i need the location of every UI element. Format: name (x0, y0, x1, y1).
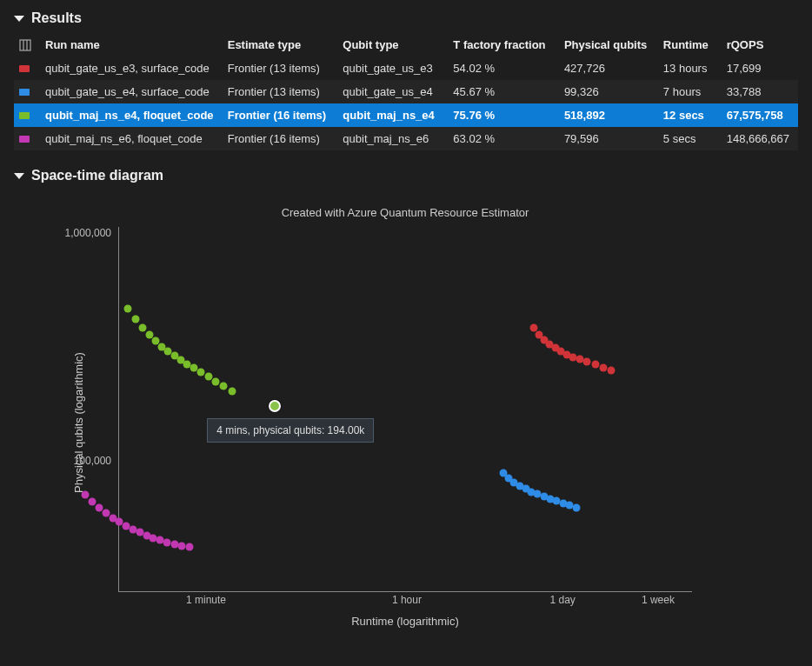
cell-t-factory: 45.67 % (448, 80, 559, 103)
cell-rqops: 148,666,667 (722, 127, 798, 150)
data-point[interactable] (583, 358, 591, 366)
cell-runtime: 13 hours (658, 57, 722, 80)
data-point[interactable] (212, 377, 220, 385)
cell-qubit-type: qubit_maj_ns_e4 (337, 103, 448, 127)
data-point[interactable] (608, 366, 616, 374)
cell-runtime: 7 hours (658, 80, 722, 103)
data-point[interactable] (138, 323, 146, 331)
data-point[interactable] (178, 542, 186, 549)
chevron-down-icon (14, 16, 24, 22)
x-tick-label: 1 week (642, 594, 675, 606)
x-tick-label: 1 minute (186, 594, 226, 606)
data-point[interactable] (163, 538, 170, 546)
plot-area[interactable]: 4 mins, physical qubits: 194.00k (118, 227, 692, 592)
x-tick-label: 1 day (549, 594, 575, 606)
col-estimate-type[interactable]: Estimate type (223, 33, 338, 57)
y-tick-label: 1,000,000 (65, 227, 111, 239)
series-color-icon (19, 112, 30, 119)
col-rqops[interactable]: rQOPS (722, 33, 798, 57)
cell-rqops: 33,788 (722, 80, 798, 103)
cell-run-name: qubit_maj_ns_e4, floquet_code (40, 103, 223, 127)
cell-estimate-type: Frontier (13 items) (223, 57, 338, 80)
cell-runtime: 12 secs (658, 103, 722, 127)
data-point[interactable] (89, 498, 97, 506)
cell-rqops: 67,575,758 (722, 103, 798, 127)
col-run-name[interactable]: Run name (40, 33, 223, 57)
grid-icon (19, 39, 31, 51)
cell-estimate-type: Frontier (13 items) (223, 80, 338, 103)
data-point[interactable] (591, 361, 599, 369)
results-table: Run name Estimate type Qubit type T fact… (14, 33, 798, 150)
cell-physical-qubits: 99,326 (559, 80, 658, 103)
table-row[interactable]: qubit_gate_us_e4, surface_codeFrontier (… (14, 80, 798, 103)
cell-rqops: 17,699 (722, 57, 798, 80)
col-physical-qubits[interactable]: Physical qubits (559, 33, 658, 57)
table-header-row: Run name Estimate type Qubit type T fact… (14, 33, 798, 57)
data-point[interactable] (572, 503, 580, 511)
spacetime-chart: Created with Azure Quantum Resource Esti… (5, 201, 812, 644)
cell-run-name: qubit_maj_ns_e6, floquet_code (40, 127, 223, 150)
data-point[interactable] (197, 369, 205, 376)
cell-t-factory: 75.76 % (448, 103, 559, 127)
cell-runtime: 5 secs (658, 127, 722, 150)
data-point[interactable] (185, 543, 193, 551)
chart-tooltip: 4 mins, physical qubits: 194.00k (207, 418, 374, 443)
chevron-down-icon (14, 173, 24, 179)
results-title: Results (31, 10, 82, 26)
cell-physical-qubits: 518,892 (559, 103, 658, 127)
cell-physical-qubits: 427,726 (559, 57, 658, 80)
results-section-header[interactable]: Results (0, 0, 812, 33)
x-tick-label: 1 hour (392, 594, 422, 606)
data-point[interactable] (81, 490, 89, 498)
data-point[interactable] (600, 363, 608, 371)
data-point[interactable] (576, 356, 583, 363)
series-color-icon (19, 89, 30, 96)
cell-estimate-type: Frontier (16 items) (223, 127, 338, 150)
cell-t-factory: 63.02 % (448, 127, 559, 150)
cell-physical-qubits: 79,596 (559, 127, 658, 150)
cell-qubit-type: qubit_gate_us_e4 (337, 80, 448, 103)
data-point[interactable] (228, 388, 236, 396)
data-point[interactable] (124, 305, 132, 313)
cell-qubit-type: qubit_maj_ns_e6 (337, 127, 448, 150)
col-t-factory[interactable]: T factory fraction (448, 33, 559, 57)
x-axis-label: Runtime (logarithmic) (118, 615, 692, 651)
y-tick-label: 100,000 (74, 455, 111, 467)
table-row[interactable]: qubit_maj_ns_e4, floquet_codeFrontier (1… (14, 103, 798, 127)
cell-qubit-type: qubit_gate_us_e3 (337, 57, 448, 80)
chart-title: Created with Azure Quantum Resource Esti… (118, 206, 692, 219)
cell-run-name: qubit_gate_us_e4, surface_code (40, 80, 223, 103)
cell-t-factory: 54.02 % (448, 57, 559, 80)
series-color-icon (19, 65, 30, 72)
data-point[interactable] (131, 315, 139, 323)
series-color-icon (19, 136, 30, 143)
spacetime-title: Space-time diagram (31, 168, 163, 183)
spacetime-section-header[interactable]: Space-time diagram (0, 157, 812, 190)
data-point[interactable] (220, 383, 228, 390)
table-row[interactable]: qubit_gate_us_e3, surface_codeFrontier (… (14, 57, 798, 80)
highlighted-point[interactable] (269, 400, 281, 412)
col-runtime[interactable]: Runtime (658, 33, 722, 57)
cell-run-name: qubit_gate_us_e3, surface_code (40, 57, 223, 80)
table-row[interactable]: qubit_maj_ns_e6, floquet_codeFrontier (1… (14, 127, 798, 150)
col-qubit-type[interactable]: Qubit type (337, 33, 448, 57)
grid-icon-header (14, 33, 40, 57)
cell-estimate-type: Frontier (16 items) (223, 103, 338, 127)
svg-rect-0 (20, 40, 30, 50)
